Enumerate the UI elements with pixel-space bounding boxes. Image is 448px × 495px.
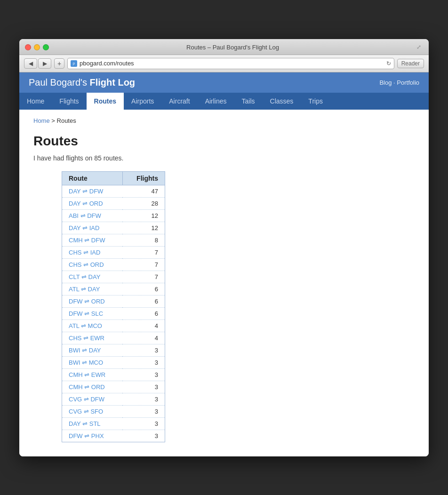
reader-button[interactable]: Reader [397, 59, 424, 68]
table-row: CHS ⇌ EWR4 [62, 332, 165, 344]
maximize-button[interactable] [43, 44, 49, 50]
flights-count-cell: 12 [122, 209, 165, 222]
route-link[interactable]: CVG ⇌ DFW [69, 396, 104, 403]
route-link[interactable]: BWI ⇌ DAY [69, 347, 101, 354]
flights-count-cell: 3 [122, 356, 165, 368]
new-tab-button[interactable]: + [54, 58, 64, 69]
route-link[interactable]: ATL ⇌ MCO [69, 322, 102, 329]
table-row: CVG ⇌ DFW3 [62, 393, 165, 405]
table-row: ABI ⇌ DFW12 [62, 209, 165, 222]
nav-routes[interactable]: Routes [87, 93, 124, 110]
route-cell: CLT ⇌ DAY [62, 271, 123, 283]
flights-count-cell: 3 [122, 368, 165, 381]
route-link[interactable]: DAY ⇌ IAD [69, 224, 99, 232]
route-link[interactable]: ABI ⇌ DFW [69, 212, 101, 219]
route-cell: ATL ⇌ DAY [62, 283, 123, 295]
title-bar: Routes – Paul Bogard's Flight Log ⤢ [19, 39, 429, 55]
breadcrumb-current: Routes [57, 117, 76, 124]
address-bar[interactable]: p pbogard.com/routes ↻ [67, 58, 394, 69]
flights-count-cell: 3 [122, 417, 165, 430]
nav-trips[interactable]: Trips [301, 93, 330, 110]
flights-count-cell: 7 [122, 258, 165, 271]
route-cell: DAY ⇌ IAD [62, 222, 123, 234]
route-link[interactable]: DAY ⇌ ORD [69, 200, 103, 207]
site-title-bold: Flight Log [89, 77, 135, 88]
close-button[interactable] [25, 44, 31, 50]
route-link[interactable]: CVG ⇌ SFO [69, 408, 103, 415]
flights-count-cell: 47 [122, 185, 165, 197]
flights-count-cell: 7 [122, 246, 165, 258]
breadcrumb-home[interactable]: Home [33, 117, 50, 124]
route-cell: BWI ⇌ MCO [62, 356, 123, 368]
route-link[interactable]: CHS ⇌ IAD [69, 249, 100, 256]
forward-button[interactable]: ▶ [38, 58, 51, 69]
route-cell: CVG ⇌ DFW [62, 393, 123, 405]
route-cell: CMH ⇌ DFW [62, 234, 123, 246]
table-row: DFW ⇌ PHX3 [62, 430, 165, 442]
route-link[interactable]: DFW ⇌ ORD [69, 298, 105, 305]
summary-text: I have had flights on 85 routes. [33, 154, 415, 162]
route-link[interactable]: DFW ⇌ SLC [69, 310, 103, 317]
route-cell: CMH ⇌ EWR [62, 368, 123, 381]
nav-arrows: ◀ ▶ [24, 58, 51, 69]
nav-airports[interactable]: Airports [124, 93, 161, 110]
header-links[interactable]: Blog · Portfolio [379, 79, 419, 86]
route-cell: DFW ⇌ ORD [62, 295, 123, 307]
nav-airlines[interactable]: Airlines [198, 93, 234, 110]
table-row: CLT ⇌ DAY7 [62, 271, 165, 283]
col-header-route: Route [62, 171, 123, 185]
route-cell: DAY ⇌ ORD [62, 197, 123, 209]
route-link[interactable]: CMH ⇌ ORD [69, 383, 105, 391]
nav-aircraft[interactable]: Aircraft [161, 93, 197, 110]
table-header-row: Route Flights [62, 171, 165, 185]
route-link[interactable]: DAY ⇌ DFW [69, 188, 103, 195]
back-button[interactable]: ◀ [24, 58, 37, 69]
breadcrumb-separator: > [50, 117, 57, 124]
flights-count-cell: 6 [122, 295, 165, 307]
table-row: DAY ⇌ STL3 [62, 417, 165, 430]
route-cell: CHS ⇌ EWR [62, 332, 123, 344]
route-link[interactable]: DFW ⇌ PHX [69, 432, 104, 439]
route-cell: CHS ⇌ ORD [62, 258, 123, 271]
route-link[interactable]: CMH ⇌ DFW [69, 237, 105, 244]
flights-count-cell: 6 [122, 307, 165, 319]
site-title-normal: Paul Bogard's [29, 77, 89, 88]
page-title: Routes [33, 134, 415, 149]
browser-window: Routes – Paul Bogard's Flight Log ⤢ ◀ ▶ … [19, 39, 429, 456]
route-cell: DAY ⇌ STL [62, 417, 123, 430]
table-row: DAY ⇌ DFW47 [62, 185, 165, 197]
flights-count-cell: 3 [122, 405, 165, 417]
nav-home[interactable]: Home [19, 93, 52, 110]
col-header-flights: Flights [122, 171, 165, 185]
table-row: BWI ⇌ DAY3 [62, 344, 165, 356]
breadcrumb: Home > Routes [33, 117, 415, 124]
route-link[interactable]: ATL ⇌ DAY [69, 286, 100, 293]
routes-table: Route Flights DAY ⇌ DFW47DAY ⇌ ORD28ABI … [62, 171, 165, 442]
route-link[interactable]: CHS ⇌ EWR [69, 335, 104, 342]
table-row: ATL ⇌ MCO4 [62, 319, 165, 332]
flights-count-cell: 12 [122, 222, 165, 234]
refresh-button[interactable]: ↻ [386, 60, 391, 67]
route-link[interactable]: CLT ⇌ DAY [69, 273, 100, 280]
url-text: pbogard.com/routes [80, 60, 384, 67]
nav-classes[interactable]: Classes [263, 93, 301, 110]
site-header: Paul Bogard's Flight Log Blog · Portfoli… [19, 72, 429, 93]
nav-flights[interactable]: Flights [52, 93, 86, 110]
window-controls [25, 44, 49, 50]
route-link[interactable]: CHS ⇌ ORD [69, 261, 104, 268]
route-link[interactable]: CMH ⇌ EWR [69, 371, 105, 378]
route-cell: ATL ⇌ MCO [62, 319, 123, 332]
minimize-button[interactable] [34, 44, 40, 50]
content-area: Home > Routes Routes I have had flights … [19, 110, 429, 456]
route-cell: CMH ⇌ ORD [62, 381, 123, 393]
route-link[interactable]: BWI ⇌ MCO [69, 359, 103, 366]
flights-count-cell: 3 [122, 430, 165, 442]
flights-count-cell: 7 [122, 271, 165, 283]
nav-tails[interactable]: Tails [234, 93, 263, 110]
table-row: CMH ⇌ ORD3 [62, 381, 165, 393]
flights-count-cell: 4 [122, 319, 165, 332]
flights-count-cell: 3 [122, 393, 165, 405]
route-link[interactable]: DAY ⇌ STL [69, 420, 101, 427]
table-row: CHS ⇌ IAD7 [62, 246, 165, 258]
flights-count-cell: 6 [122, 283, 165, 295]
